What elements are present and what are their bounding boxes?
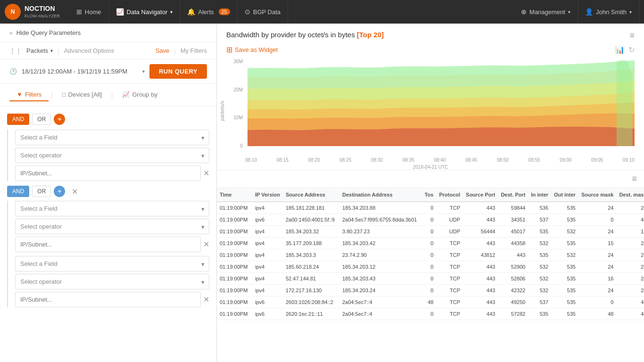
table-cell: ipv4 (252, 261, 283, 273)
save-link[interactable]: Save (156, 47, 170, 54)
table-cell: 185.181.228.181 (283, 202, 339, 214)
filter-icon: ▼ (17, 91, 23, 98)
table-cell: 24 (578, 249, 616, 261)
field-select-wrapper-1: Select a Field (15, 130, 209, 145)
left-panel: « Hide Query Parameters ⋮⋮ Packets ▾ | A… (0, 24, 217, 362)
table-menu-icon[interactable]: ≡ (632, 174, 637, 184)
field-select-3[interactable]: Select a Field (15, 256, 209, 272)
filter-input-3[interactable] (15, 292, 201, 307)
col-header-tos: Tos (420, 188, 436, 202)
or-button-2[interactable]: OR (32, 186, 51, 197)
bell-icon: 🔔 (187, 8, 195, 16)
date-row: 🕐 18/12/19 12:00AM - 19/12/19 11:59PM ▾ … (0, 59, 216, 84)
table-cell: 57282 (498, 308, 528, 320)
table-section: ≡ Time IP Version Source Address Destina… (217, 170, 644, 362)
chart-menu-icon[interactable]: ≡ (629, 31, 635, 41)
table-cell: ipv4 (252, 226, 283, 238)
table-cell: 443 (463, 238, 498, 249)
table-cell: 0 (420, 273, 436, 285)
table-header-row: Time IP Version Source Address Destinati… (217, 188, 644, 202)
filter-input-row-1: ✕ (15, 165, 209, 181)
date-range[interactable]: 18/12/19 12:00AM - 19/12/19 11:59PM (22, 68, 138, 75)
chart-svg (248, 59, 635, 146)
table-cell: 185.34.203.12 (339, 261, 420, 273)
table-cell: 443 (463, 296, 498, 308)
table-cell: 537 (528, 214, 551, 226)
packets-dropdown[interactable]: Packets ▾ (26, 47, 53, 54)
query-header[interactable]: « Hide Query Parameters (0, 24, 216, 42)
col-header-src-addr: Source Address (283, 188, 339, 202)
table-row: 01:19:00PMipv4185.34.203.323.74.2.900TCP… (217, 249, 644, 261)
table-cell: 24 (616, 285, 644, 296)
table-cell: TCP (436, 296, 463, 308)
table-cell: 01:19:00PM (217, 249, 252, 261)
table-cell: ipv6 (252, 296, 283, 308)
logo: N NOCTION FLOW ANALYZER (5, 4, 60, 20)
table-cell: 443 (463, 261, 498, 273)
tab-group-by[interactable]: 📈 Group by (115, 89, 164, 101)
field-select-wrapper-2: Select a Field (15, 201, 209, 216)
chart-area: 30M 20M 10M 0 (226, 59, 635, 163)
chevron-down-icon-2: ▾ (568, 9, 570, 15)
remove-filter-1[interactable]: ✕ (203, 169, 209, 178)
nav-user[interactable]: 👤 John Smith ▾ (578, 0, 639, 24)
remove-filter-2[interactable]: ✕ (203, 240, 209, 249)
table-cell: 01:19:00PM (217, 308, 252, 320)
bar-chart-icon[interactable]: 📊 (615, 45, 625, 54)
field-select-1[interactable]: Select a Field (15, 130, 209, 145)
and-button-1[interactable]: AND (7, 114, 29, 125)
filter-input-1[interactable] (15, 165, 201, 181)
operator-select-3[interactable]: Select operator (15, 274, 209, 289)
col-header-protocol: Protocol (436, 188, 463, 202)
add-filter-button-2[interactable]: + (54, 186, 65, 197)
logo-text: NOCTION FLOW ANALYZER (25, 5, 60, 19)
ylabel-10m: 10M (234, 115, 243, 120)
table-cell: 185.34.203.43 (339, 273, 420, 285)
field-select-2[interactable]: Select a Field (15, 201, 209, 216)
remove-group-2[interactable]: ✕ (72, 187, 78, 196)
run-query-button[interactable]: RUN QUERY (149, 64, 207, 79)
table-cell: TCP (436, 285, 463, 296)
nav-bgp-data[interactable]: ⊙ BGP Data (238, 0, 288, 24)
nav-management[interactable]: ⊕ Management ▾ (514, 0, 578, 24)
table-cell: 01:19:00PM (217, 261, 252, 273)
nav-home[interactable]: ⊞ Home (69, 0, 109, 24)
table-cell: 01:19:00PM (217, 285, 252, 296)
and-button-2[interactable]: AND (7, 186, 29, 197)
nav-data-navigator[interactable]: 📈 Data Navigator ▾ (109, 0, 181, 24)
table-cell: TCP (436, 238, 463, 249)
table-cell: 15 (578, 238, 616, 249)
table-cell: 01:19:00PM (217, 226, 252, 238)
table-body: 01:19:00PMipv4185.181.228.181185.34.203.… (217, 202, 644, 320)
table-cell: 0 (420, 214, 436, 226)
advanced-options-link[interactable]: Advanced Options (64, 47, 114, 54)
tab-devices[interactable]: □ Devices [All] (55, 89, 109, 101)
my-filters-link[interactable]: My Filters (181, 47, 207, 54)
nav-alerts[interactable]: 🔔 Alerts 25 (180, 0, 237, 24)
xlabel-0850: 08:50 (497, 157, 509, 163)
table-cell: 185.34.203.3 (283, 249, 339, 261)
chart-title: Bandwidth by provider by octet/s in byte… (226, 31, 629, 39)
table-cell: TCP (436, 308, 463, 320)
ylabel-0: 0 (240, 143, 243, 148)
refresh-icon[interactable]: ↻ (628, 45, 635, 54)
tab-filters[interactable]: ▼ Filters (9, 89, 49, 101)
table-cell: 52.47.144.81 (283, 273, 339, 285)
add-filter-button-1[interactable]: + (54, 114, 65, 125)
remove-filter-3[interactable]: ✕ (203, 295, 209, 304)
save-widget-button[interactable]: ⊞ Save as Widget (226, 45, 278, 54)
table-cell: 535 (551, 308, 578, 320)
operator-select-1[interactable]: Select operator (15, 148, 209, 163)
operator-select-2[interactable]: Select operator (15, 219, 209, 234)
table-row: 01:19:00PMipv4172.217.16.130185.34.203.2… (217, 285, 644, 296)
chart-xaxis: 08:10 08:15 08:20 08:25 08:30 08:35 08:4… (245, 157, 635, 163)
operator-select-wrapper-2: Select operator (15, 219, 209, 234)
table-cell: ipv6 (252, 214, 283, 226)
or-button-1[interactable]: OR (32, 114, 51, 125)
table-cell: 2a04:5ec7::4 (339, 308, 420, 320)
table-cell: 01:19:00PM (217, 273, 252, 285)
filter-input-2[interactable] (15, 237, 201, 252)
col-header-dst-mask: Dest. mask (616, 188, 644, 202)
toolbar: ⋮⋮ Packets ▾ | Advanced Options Save | M… (0, 42, 216, 59)
table-cell: 3.80.237.23 (339, 226, 420, 238)
